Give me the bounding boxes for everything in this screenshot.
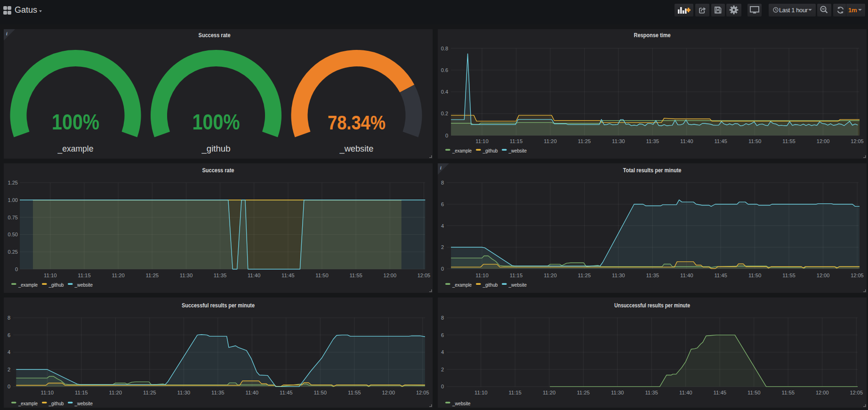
svg-text:11:50: 11:50	[314, 390, 327, 395]
svg-text:_website: _website	[74, 282, 93, 288]
svg-text:11:30: 11:30	[177, 390, 191, 395]
svg-text:11:25: 11:25	[578, 138, 591, 144]
svg-text:11:15: 11:15	[510, 138, 523, 144]
svg-text:8: 8	[441, 180, 444, 185]
svg-text:11:55: 11:55	[349, 273, 362, 278]
svg-text:11:30: 11:30	[180, 273, 193, 278]
svg-text:11:35: 11:35	[211, 390, 225, 395]
svg-text:_example: _example	[18, 401, 38, 406]
svg-text:12:05: 12:05	[416, 390, 429, 395]
svg-text:0.75: 0.75	[8, 215, 18, 220]
svg-text:_website: _website	[508, 282, 527, 288]
svg-text:_example: _example	[18, 282, 38, 288]
svg-text:0.25: 0.25	[8, 249, 18, 255]
svg-text:11:55: 11:55	[782, 273, 796, 278]
svg-text:11:45: 11:45	[280, 390, 293, 395]
svg-text:11:40: 11:40	[680, 138, 693, 144]
svg-text:11:45: 11:45	[281, 273, 295, 278]
svg-text:11:30: 11:30	[611, 390, 624, 395]
svg-text:8: 8	[8, 315, 10, 321]
svg-text:11:15: 11:15	[508, 390, 522, 395]
svg-text:100%: 100%	[193, 109, 240, 134]
svg-text:11:55: 11:55	[782, 390, 795, 395]
svg-text:_example: _example	[57, 144, 94, 154]
svg-text:11:10: 11:10	[475, 138, 488, 144]
svg-text:11:35: 11:35	[214, 273, 227, 278]
svg-text:11:10: 11:10	[41, 390, 54, 395]
svg-text:11:40: 11:40	[246, 390, 259, 395]
svg-text:11:10: 11:10	[474, 390, 488, 395]
svg-text:11:25: 11:25	[578, 273, 591, 278]
svg-text:11:50: 11:50	[315, 273, 329, 278]
svg-text:4: 4	[441, 349, 444, 355]
svg-text:78.34%: 78.34%	[328, 111, 386, 134]
svg-text:11:55: 11:55	[782, 138, 796, 144]
svg-text:0.8: 0.8	[441, 46, 448, 51]
svg-text:0: 0	[8, 384, 10, 389]
svg-text:11:45: 11:45	[714, 273, 727, 278]
svg-text:0: 0	[15, 266, 18, 272]
svg-text:Success rate: Success rate	[199, 32, 231, 39]
svg-text:_website: _website	[508, 148, 527, 153]
svg-text:12:05: 12:05	[418, 273, 431, 278]
svg-text:11:35: 11:35	[646, 273, 659, 278]
svg-text:_github: _github	[482, 148, 498, 153]
svg-text:1.25: 1.25	[8, 180, 18, 185]
svg-text:2: 2	[441, 244, 444, 250]
svg-text:11:10: 11:10	[475, 273, 488, 278]
svg-text:11:35: 11:35	[645, 390, 658, 395]
svg-text:11:15: 11:15	[78, 273, 91, 278]
svg-text:6: 6	[8, 332, 10, 338]
svg-text:_github: _github	[482, 282, 498, 288]
svg-text:_github: _github	[48, 401, 64, 406]
svg-text:11:20: 11:20	[543, 390, 556, 395]
svg-text:_github: _github	[48, 282, 64, 288]
svg-text:11:45: 11:45	[714, 390, 727, 395]
svg-text:11:40: 11:40	[679, 390, 692, 395]
svg-text:11:45: 11:45	[714, 138, 727, 144]
svg-text:_example: _example	[452, 282, 472, 288]
svg-text:0.50: 0.50	[8, 232, 18, 237]
svg-text:Unsuccessful results per minut: Unsuccessful results per minute	[614, 302, 690, 309]
svg-text:11:30: 11:30	[612, 273, 625, 278]
svg-text:11:55: 11:55	[348, 390, 361, 395]
svg-text:100%: 100%	[52, 109, 99, 134]
svg-text:11:50: 11:50	[748, 138, 762, 144]
svg-text:12:00: 12:00	[816, 390, 829, 395]
svg-text:11:40: 11:40	[680, 273, 693, 278]
svg-text:6: 6	[441, 201, 444, 207]
svg-text:0: 0	[441, 266, 444, 272]
svg-text:11:15: 11:15	[510, 273, 523, 278]
svg-text:4: 4	[441, 223, 444, 229]
svg-text:_example: _example	[452, 148, 472, 153]
svg-text:_website: _website	[74, 401, 93, 406]
svg-text:12:00: 12:00	[817, 138, 830, 144]
svg-text:6: 6	[441, 332, 444, 338]
svg-text:2: 2	[8, 367, 10, 372]
svg-text:11:50: 11:50	[748, 273, 762, 278]
svg-text:11:25: 11:25	[577, 390, 590, 395]
svg-text:Successful results per minute: Successful results per minute	[182, 302, 255, 309]
svg-text:11:10: 11:10	[44, 273, 57, 278]
svg-text:0: 0	[445, 133, 448, 138]
svg-text:0.4: 0.4	[441, 89, 448, 95]
svg-text:0.2: 0.2	[441, 111, 448, 116]
svg-text:11:30: 11:30	[612, 138, 625, 144]
svg-text:12:05: 12:05	[851, 138, 864, 144]
svg-text:11:25: 11:25	[143, 390, 156, 395]
svg-text:_website: _website	[339, 144, 374, 154]
svg-text:12:05: 12:05	[850, 390, 863, 395]
svg-text:11:25: 11:25	[146, 273, 159, 278]
svg-text:Success rate: Success rate	[202, 167, 234, 174]
svg-text:11:20: 11:20	[112, 273, 125, 278]
svg-text:Total results per minute: Total results per minute	[623, 167, 682, 174]
svg-text:_website: _website	[452, 401, 470, 406]
svg-text:i: i	[6, 31, 8, 36]
svg-text:11:20: 11:20	[544, 138, 557, 144]
svg-text:0: 0	[441, 384, 444, 389]
svg-text:Response time: Response time	[634, 32, 671, 39]
svg-text:11:40: 11:40	[248, 273, 261, 278]
svg-text:0.6: 0.6	[441, 67, 448, 73]
svg-text:8: 8	[441, 315, 444, 321]
svg-text:_github: _github	[201, 144, 231, 154]
